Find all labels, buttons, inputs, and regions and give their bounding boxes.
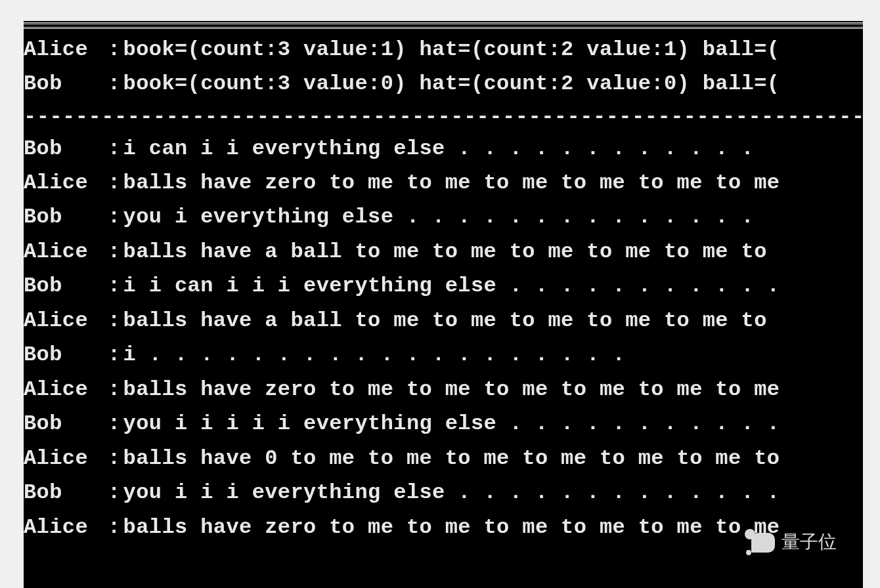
terminal-window: Alice : book=(count:3 value:1) hat=(coun… [24, 21, 863, 588]
utterance: balls have zero to me to me to me to me … [121, 373, 780, 407]
colon: : [108, 338, 121, 372]
dialog-line: Bob : i i can i i i everything else . . … [24, 269, 863, 303]
speaker-name: Alice [24, 373, 108, 407]
speaker-name: Alice [24, 304, 108, 338]
utterance: balls have a ball to me to me to me to m… [121, 235, 767, 269]
dialog-line: Alice : balls have zero to me to me to m… [24, 511, 863, 545]
speaker-name: Bob [24, 269, 108, 303]
agent-name: Alice [24, 33, 108, 67]
terminal-output: Alice : book=(count:3 value:1) hat=(coun… [24, 22, 863, 545]
colon: : [108, 235, 121, 269]
colon: : [108, 166, 121, 200]
colon: : [108, 304, 121, 338]
dialog-line: Bob : you i i i i i everything else . . … [24, 407, 863, 441]
utterance: you i i i everything else . . . . . . . … [121, 476, 780, 510]
colon: : [108, 33, 121, 67]
speaker-name: Bob [24, 476, 108, 510]
utterance: balls have 0 to me to me to me to me to … [121, 442, 780, 476]
utterance: i i can i i i everything else . . . . . … [121, 269, 780, 303]
colon: : [108, 200, 121, 234]
dialog-line: Bob : i can i i everything else . . . . … [24, 132, 863, 166]
utterance: you i i i i i everything else . . . . . … [121, 407, 780, 441]
agent-status: book=(count:3 value:1) hat=(count:2 valu… [121, 33, 780, 67]
speaker-name: Bob [24, 407, 108, 441]
watermark-label: 量子位 [781, 530, 837, 555]
dialog-line: Bob : i . . . . . . . . . . . . . . . . … [24, 338, 863, 372]
speaker-name: Bob [24, 338, 108, 372]
dash-separator: ----------------------------------------… [24, 103, 863, 131]
dialog-line: Alice : balls have zero to me to me to m… [24, 373, 863, 407]
speaker-name: Alice [24, 166, 108, 200]
utterance: you i everything else . . . . . . . . . … [121, 200, 755, 234]
colon: : [108, 476, 121, 510]
speaker-name: Alice [24, 442, 108, 476]
colon: : [108, 407, 121, 441]
dialog-line: Bob : you i everything else . . . . . . … [24, 200, 863, 234]
dialog-line: Alice : balls have a ball to me to me to… [24, 235, 863, 269]
wechat-icon [743, 528, 778, 556]
colon: : [108, 67, 121, 101]
utterance: balls have zero to me to me to me to me … [121, 166, 780, 200]
utterance: i . . . . . . . . . . . . . . . . . . . [121, 338, 626, 372]
colon: : [108, 442, 121, 476]
dialog-line: Alice : balls have zero to me to me to m… [24, 166, 863, 200]
agent-name: Bob [24, 67, 108, 101]
speaker-name: Bob [24, 132, 108, 166]
agent-status: book=(count:3 value:0) hat=(count:2 valu… [121, 67, 780, 101]
watermark: 量子位 [743, 528, 837, 556]
utterance: balls have a ball to me to me to me to m… [121, 304, 767, 338]
utterance: i can i i everything else . . . . . . . … [121, 132, 755, 166]
colon: : [108, 132, 121, 166]
colon: : [108, 511, 121, 545]
agent-status-line: Alice : book=(count:3 value:1) hat=(coun… [24, 33, 863, 67]
agent-status-line: Bob : book=(count:3 value:0) hat=(count:… [24, 67, 863, 101]
speaker-name: Alice [24, 511, 108, 545]
dialog-line: Bob : you i i i everything else . . . . … [24, 476, 863, 510]
double-separator-top [24, 22, 863, 29]
speaker-name: Alice [24, 235, 108, 269]
colon: : [108, 373, 121, 407]
dialog-line: Alice : balls have 0 to me to me to me t… [24, 442, 863, 476]
colon: : [108, 269, 121, 303]
dialog-line: Alice : balls have a ball to me to me to… [24, 304, 863, 338]
speaker-name: Bob [24, 200, 108, 234]
utterance: balls have zero to me to me to me to me … [121, 511, 780, 545]
